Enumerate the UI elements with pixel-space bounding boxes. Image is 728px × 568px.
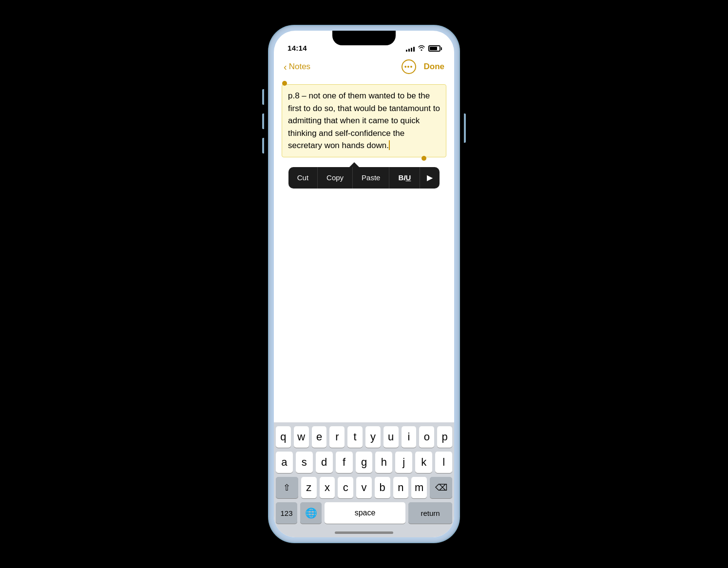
key-b[interactable]: b [375,477,390,498]
keyboard-row-1: q w e r t y u i o p [276,426,452,448]
phone-screen: 14:14 [274,31,454,537]
keyboard-row-4: 123 🌐 space return [276,502,452,524]
right-arrow-icon: ▶ [427,173,433,182]
key-r[interactable]: r [329,426,345,448]
more-formatting-button[interactable]: ▶ [420,167,440,189]
biu-button[interactable]: BIU [389,167,420,189]
more-button[interactable]: ••• [402,59,416,74]
key-d[interactable]: d [316,452,333,473]
context-menu-wrapper: Cut Copy Paste BIU ▶ [274,167,454,189]
key-k[interactable]: k [415,452,432,473]
selection-handle-top [282,81,287,86]
battery-fill [430,47,437,50]
cut-button[interactable]: Cut [288,167,318,189]
copy-button[interactable]: Copy [318,167,353,189]
key-h[interactable]: h [375,452,392,473]
key-a[interactable]: a [276,452,293,473]
key-f[interactable]: f [336,452,353,473]
return-key[interactable]: return [408,502,452,524]
key-g[interactable]: g [356,452,373,473]
content-area: p.8 – not one of them wanted to be the f… [274,78,454,537]
status-time: 14:14 [287,44,307,52]
text-cursor [389,140,390,150]
back-label: Notes [289,62,310,72]
space-label: space [355,509,376,517]
volume-down-button[interactable] [262,114,264,129]
keyboard: q w e r t y u i o p a s d f g [274,422,454,528]
globe-key[interactable]: 🌐 [300,502,322,524]
note-text[interactable]: p.8 – not one of them wanted to be the f… [288,90,440,152]
wifi-icon [418,45,425,52]
key-w[interactable]: w [294,426,309,448]
key-t[interactable]: t [347,426,363,448]
key-o[interactable]: o [419,426,434,448]
volume-up-button[interactable] [262,89,264,105]
back-button[interactable]: ‹ Notes [284,62,310,72]
key-s[interactable]: s [296,452,313,473]
delete-key[interactable]: ⌫ [430,477,452,498]
key-c[interactable]: c [338,477,353,498]
return-label: return [421,509,440,517]
selection-handle-bottom [421,156,426,161]
key-m[interactable]: m [411,477,427,498]
keyboard-row-3: ⇧ z x c v b n m ⌫ [276,477,452,498]
space-key[interactable]: space [325,502,405,524]
signal-icon [406,46,415,52]
home-indicator [274,528,454,537]
key-x[interactable]: x [320,477,335,498]
done-button[interactable]: Done [424,62,445,72]
selected-text-block[interactable]: p.8 – not one of them wanted to be the f… [282,84,446,157]
power-button[interactable] [464,114,466,143]
nav-bar: ‹ Notes ••• Done [274,55,454,78]
key-j[interactable]: j [395,452,412,473]
more-dots-icon: ••• [404,63,413,70]
nav-right-buttons: ••• Done [402,59,445,74]
key-l[interactable]: l [435,452,452,473]
note-content: p.8 – not one of them wanted to be the f… [274,78,454,163]
context-menu: Cut Copy Paste BIU ▶ [288,167,440,189]
key-u[interactable]: u [383,426,399,448]
key-z[interactable]: z [301,477,317,498]
back-chevron-icon: ‹ [284,62,287,72]
status-icons [406,45,441,52]
silent-switch[interactable] [262,138,264,153]
battery-icon [428,45,441,52]
key-i[interactable]: i [402,426,417,448]
key-v[interactable]: v [356,477,372,498]
home-bar [335,531,393,534]
empty-space [274,189,454,423]
phone-frame: 14:14 [269,26,459,542]
context-menu-arrow [349,162,359,167]
paste-button[interactable]: Paste [353,167,389,189]
key-q[interactable]: q [276,426,291,448]
key-p[interactable]: p [437,426,452,448]
key-e[interactable]: e [312,426,327,448]
keyboard-row-2: a s d f g h j k l [276,452,452,473]
key-y[interactable]: y [365,426,381,448]
numbers-key[interactable]: 123 [276,502,297,524]
shift-key[interactable]: ⇧ [276,477,298,498]
key-n[interactable]: n [393,477,409,498]
notch [332,31,396,45]
